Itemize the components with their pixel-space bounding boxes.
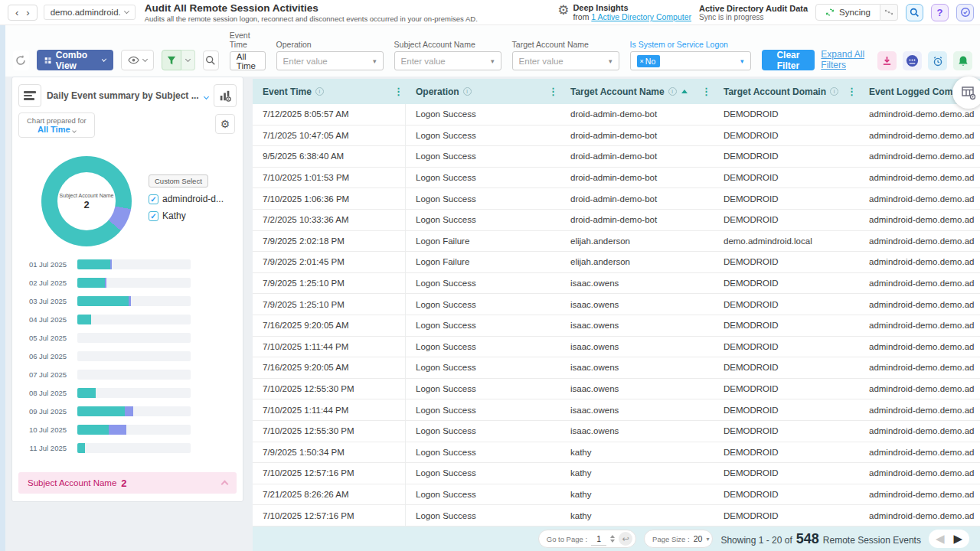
table-row[interactable]: 7/9/2025 1:25:10 PMLogon Successisaac.ow… — [253, 273, 980, 295]
table-row[interactable]: 7/10/2025 1:11:44 PMLogon Successisaac.o… — [253, 399, 980, 421]
bar-track[interactable] — [77, 443, 191, 453]
page-spinner[interactable] — [610, 535, 615, 543]
active-directory-computer-link[interactable]: 1 Active Directory Computer — [591, 12, 691, 21]
goto-page-go-button[interactable]: ↩ — [619, 532, 632, 546]
page-size-control[interactable]: Page Size : 20 ▾ — [644, 530, 713, 548]
next-page-icon[interactable]: ▶ — [953, 532, 962, 546]
subject-account-select[interactable]: Enter value ▾ — [394, 51, 501, 70]
previous-page-icon[interactable]: ◀ — [936, 532, 945, 546]
help-button[interactable]: ? — [931, 4, 949, 21]
table-row[interactable]: 7/10/2025 12:57:16 PMLogon SuccesskathyD… — [253, 463, 980, 484]
chart-type-button[interactable] — [18, 84, 41, 107]
table-row[interactable]: 7/10/2025 1:11:44 PMLogon Successisaac.o… — [253, 337, 980, 358]
table-row[interactable]: 7/1/2025 10:47:05 AMLogon Successdroid-a… — [253, 126, 980, 147]
chart-title-dropdown[interactable]: Daily Event summary by Subject ... — [41, 90, 214, 101]
table-row[interactable]: 7/16/2025 9:20:05 AMLogon Successisaac.o… — [253, 357, 980, 379]
syncing-button[interactable]: Syncing — [815, 4, 880, 21]
bar-segment-secondary — [129, 296, 131, 306]
table-row[interactable]: 7/9/2025 2:01:45 PMLogon Failureelijah.a… — [253, 252, 980, 273]
column-header[interactable]: Operationi⋮ — [406, 79, 560, 104]
back-icon[interactable]: ‹ — [15, 7, 18, 18]
bar-track[interactable] — [77, 351, 191, 361]
table-cell: Logon Success — [406, 463, 560, 484]
table-row[interactable]: 7/12/2025 8:05:57 AMLogon Successdroid-a… — [253, 104, 980, 126]
table-cell: droid-admin-demo-bot — [560, 104, 714, 125]
bar-track[interactable] — [77, 259, 191, 269]
donut-center-value: 2 — [83, 199, 89, 210]
legend-item[interactable]: ✓Kathy — [149, 210, 224, 221]
table-row[interactable]: 7/10/2025 12:55:30 PMLogon Successisaac.… — [253, 421, 980, 442]
column-chooser-button[interactable] — [952, 77, 980, 109]
refresh-button[interactable] — [13, 51, 29, 70]
donut-chart[interactable]: Subject Account Name 2 — [41, 156, 132, 246]
forward-icon[interactable]: › — [26, 7, 29, 18]
table-row[interactable]: 7/10/2025 1:01:53 PMLogon Successdroid-a… — [253, 168, 980, 189]
search-records-button[interactable] — [203, 51, 219, 70]
checkbox-checked-icon[interactable]: ✓ — [149, 211, 158, 221]
bar-track[interactable] — [77, 406, 191, 416]
scheduled-tasks-button[interactable] — [956, 4, 974, 21]
alerts-bell-button[interactable] — [953, 51, 972, 70]
column-menu-icon[interactable]: ⋮ — [847, 86, 857, 97]
system-logon-select[interactable]: ×No ▾ — [630, 51, 751, 70]
view-mode-button[interactable]: Combo View — [37, 50, 113, 70]
goto-page-input[interactable] — [591, 533, 606, 546]
table-row[interactable]: 7/10/2025 12:55:30 PMLogon Successisaac.… — [253, 379, 980, 400]
expand-all-filters-link[interactable]: Expand All Filters — [821, 49, 877, 70]
table-row[interactable]: 9/5/2025 6:38:40 AMLogon Successdroid-ad… — [253, 146, 980, 168]
table-row[interactable]: 7/9/2025 2:02:18 PMLogon Failureelijah.a… — [253, 231, 980, 253]
table-row[interactable]: 7/16/2025 9:20:05 AMLogon Successisaac.o… — [253, 315, 980, 337]
bar-row: 07 Jul 2025 — [12, 365, 243, 383]
custom-select-button[interactable]: Custom Select — [149, 174, 208, 187]
export-download-button[interactable] — [877, 51, 897, 70]
operation-select[interactable]: Enter value ▾ — [276, 51, 384, 70]
table-cell: DEMODROID — [714, 505, 859, 526]
bar-track[interactable] — [77, 278, 191, 288]
bar-row: 05 Jul 2025 — [12, 328, 243, 347]
bar-track[interactable] — [77, 370, 191, 380]
clear-filter-button[interactable]: Clear Filter — [762, 50, 815, 70]
bar-track[interactable] — [77, 388, 191, 398]
global-search-button[interactable] — [906, 4, 923, 21]
feedback-chat-button[interactable] — [903, 51, 922, 70]
visibility-dropdown[interactable] — [121, 50, 154, 70]
table-cell: DEMODROID — [714, 357, 859, 378]
column-header[interactable]: Target Account Namei⋮ — [560, 79, 714, 104]
sync-options-icon[interactable] — [880, 4, 898, 21]
column-menu-icon[interactable]: ⋮ — [548, 86, 558, 97]
column-header[interactable]: Event Timei⋮ — [253, 79, 406, 104]
table-cell: admindroid-demo.demo.ad — [859, 231, 980, 252]
chart-options-button[interactable] — [214, 84, 237, 107]
table-row[interactable]: 7/2/2025 10:33:36 AMLogon Successdroid-a… — [253, 210, 980, 231]
table-row[interactable]: 7/21/2025 8:26:26 AMLogon SuccesskathyDE… — [253, 484, 980, 506]
table-cell: 7/1/2025 10:47:05 AM — [253, 126, 406, 146]
table-row[interactable]: 7/9/2025 1:50:34 PMLogon SuccesskathyDEM… — [253, 442, 980, 464]
legend-item[interactable]: ✓admindroid-d... — [149, 194, 224, 204]
checkbox-checked-icon[interactable]: ✓ — [149, 194, 158, 204]
bar-track[interactable] — [77, 296, 191, 306]
event-time-filter-box[interactable]: All Time — [230, 51, 266, 70]
table-row[interactable]: 7/10/2025 1:06:36 PMLogon Successdroid-a… — [253, 188, 980, 210]
bar-track[interactable] — [77, 315, 191, 324]
remove-chip-icon[interactable]: × — [640, 57, 644, 65]
report-selector-dropdown[interactable]: demo.admindroid... — [44, 5, 136, 20]
chart-period-selector[interactable]: Chart prepared for All Time — [18, 112, 95, 138]
schedule-alarm-button[interactable] — [928, 51, 947, 70]
table-row[interactable]: 7/10/2025 12:57:16 PMLogon SuccesskathyD… — [253, 505, 980, 527]
chart-settings-button[interactable]: ⚙ — [215, 114, 235, 134]
column-menu-icon[interactable]: ⋮ — [701, 86, 711, 97]
table-row[interactable]: 7/9/2025 1:25:10 PMLogon Successisaac.ow… — [253, 294, 980, 315]
filter-label: Subject Account Name — [394, 40, 501, 49]
bar-track[interactable] — [77, 425, 191, 435]
filter-dropdown[interactable] — [162, 50, 195, 70]
column-header[interactable]: Target Account Domaini⋮ — [714, 79, 859, 104]
events-table: Event Timei⋮Operationi⋮Target Account Na… — [253, 79, 980, 527]
target-account-select[interactable]: Enter value ▾ — [512, 51, 619, 70]
dropdown-arrow-icon: ▾ — [373, 57, 377, 65]
bar-track[interactable] — [77, 333, 191, 343]
table-cell: DEMODROID — [714, 421, 859, 442]
subject-account-collapse-bar[interactable]: Subject Account Name 2 — [18, 472, 237, 494]
column-menu-icon[interactable]: ⋮ — [394, 86, 403, 97]
collapsed-panel-strip[interactable] — [0, 25, 5, 551]
table-cell: 7/10/2025 1:11:44 PM — [253, 337, 406, 357]
